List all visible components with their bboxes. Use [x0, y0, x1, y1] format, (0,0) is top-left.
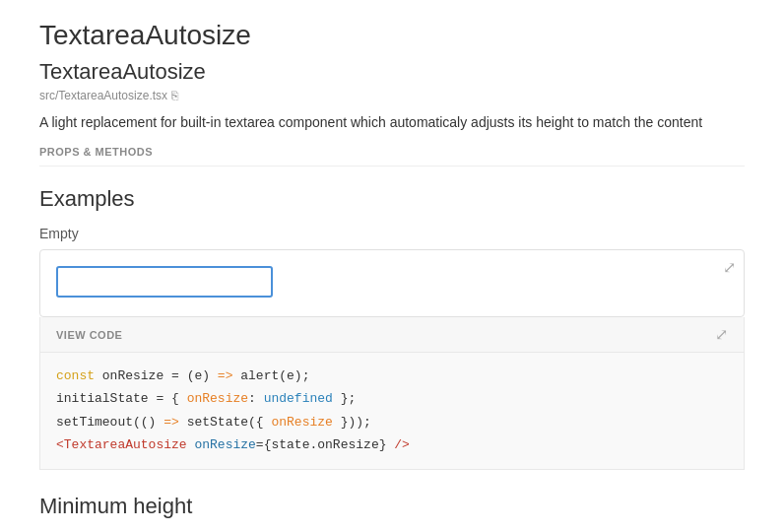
expand-icon-empty[interactable]: ⤢	[723, 258, 736, 277]
empty-textarea[interactable]	[56, 266, 273, 298]
main-title: TextareaAutosize	[39, 20, 745, 51]
code-line-4: <TextareaAutosize onResize={state.onResi…	[56, 433, 728, 456]
empty-label: Empty	[39, 226, 745, 241]
empty-example-box: ⤢	[39, 249, 745, 317]
page-container: TextareaAutosize TextareaAutosize src/Te…	[0, 0, 784, 532]
copy-icon[interactable]: ⎘	[171, 89, 185, 102]
section-title: TextareaAutosize	[39, 59, 745, 85]
code-line-3: setTimeout(() => setState({ onResize }))…	[56, 411, 728, 433]
view-code-label-empty: VIEW CODE	[56, 329, 122, 341]
code-line-1: const onResize = (e) => alert(e);	[56, 365, 728, 387]
view-code-bar-empty[interactable]: VIEW CODE ⤢	[39, 317, 745, 353]
code-line-2: initialState = { onResize: undefined };	[56, 387, 728, 410]
examples-title: Examples	[39, 186, 745, 212]
file-path: src/TextareaAutosize.tsx ⎘	[39, 89, 745, 102]
minimum-height-title: Minimum height	[39, 494, 745, 519]
props-methods-label[interactable]: PROPS & METHODS	[39, 146, 745, 166]
file-path-text: src/TextareaAutosize.tsx	[39, 89, 167, 102]
expand-icon-code[interactable]: ⤢	[715, 325, 728, 344]
description-text: A light replacement for built-in textare…	[39, 114, 745, 130]
code-block-empty: const onResize = (e) => alert(e); initia…	[39, 353, 745, 470]
